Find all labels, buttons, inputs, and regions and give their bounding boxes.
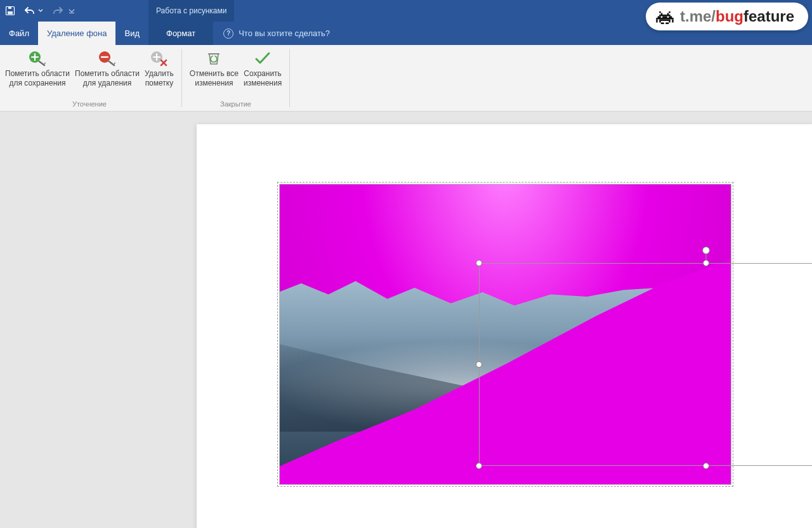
svg-rect-17 [659, 20, 671, 22]
tab-file[interactable]: Файл [0, 22, 38, 45]
group-refine: Пометить областидля сохранения Пометить … [0, 45, 179, 111]
contextual-tab-title: Работа с рисунками [148, 0, 234, 22]
svg-rect-16 [656, 20, 658, 22]
svg-rect-9 [661, 13, 663, 15]
save-icon[interactable] [5, 6, 15, 16]
mark-areas-to-keep-button[interactable]: Пометить областидля сохранения [3, 48, 72, 89]
svg-rect-21 [669, 21, 671, 23]
ribbon: Пометить областидля сохранения Пометить … [0, 45, 812, 112]
minus-circle-red-icon [95, 49, 120, 68]
space-invader-icon [656, 10, 674, 23]
tab-view[interactable]: Вид [115, 22, 148, 45]
svg-rect-22 [672, 21, 674, 23]
svg-rect-3 [69, 13, 74, 13]
svg-rect-2 [8, 7, 11, 9]
lightbulb-icon [223, 29, 233, 39]
mark-areas-to-remove-button[interactable]: Пометить областидля удаления [72, 48, 142, 89]
tell-me-placeholder: Что вы хотите сделать? [239, 29, 330, 38]
watermark-badge: t.me/bugfeature [646, 3, 808, 30]
page-canvas[interactable] [197, 124, 812, 528]
discard-all-changes-button[interactable]: Отменить всеизменения [187, 48, 241, 89]
svg-rect-15 [656, 18, 674, 20]
watermark-prefix: t.me/ [680, 8, 716, 25]
tell-me-search[interactable]: Что вы хотите сделать? [213, 22, 340, 45]
tab-remove-background[interactable]: Удаление фона [38, 22, 116, 45]
svg-rect-1 [8, 11, 13, 15]
quick-access-toolbar [5, 6, 75, 16]
svg-rect-19 [656, 21, 658, 23]
svg-rect-8 [669, 11, 671, 13]
svg-rect-7 [659, 11, 661, 13]
svg-rect-20 [659, 21, 661, 23]
group-label-refine: Уточнение [72, 98, 107, 111]
checkmark-icon [250, 49, 275, 68]
svg-rect-13 [662, 16, 667, 18]
delete-mark-button[interactable]: Удалитьпометку [142, 48, 176, 89]
plus-circle-gray-x-icon [147, 49, 172, 68]
group-close: Отменить всеизменения Сохранитьизменения… [185, 45, 287, 111]
svg-rect-14 [669, 16, 672, 18]
redo-icon [52, 6, 63, 15]
svg-rect-11 [659, 15, 671, 16]
group-label-close: Закрытие [220, 98, 251, 111]
svg-rect-24 [665, 23, 669, 25]
recycle-bucket-icon [201, 49, 226, 68]
undo-icon[interactable] [24, 6, 43, 15]
svg-rect-18 [672, 20, 674, 22]
ribbon-separator [181, 49, 182, 107]
keep-changes-button[interactable]: Сохранитьизменения [241, 48, 284, 89]
qat-customize-icon[interactable] [69, 8, 75, 14]
left-gutter [0, 112, 197, 528]
document-area [0, 112, 812, 528]
ribbon-separator [289, 49, 290, 107]
svg-rect-10 [667, 13, 669, 15]
tab-format[interactable]: Формат [148, 22, 213, 45]
watermark-suffix: feature [743, 8, 794, 25]
watermark-red: bug [716, 8, 743, 25]
picture-object[interactable] [279, 184, 731, 485]
plus-circle-green-icon [25, 49, 50, 68]
svg-rect-12 [658, 16, 661, 18]
svg-rect-23 [661, 23, 664, 25]
